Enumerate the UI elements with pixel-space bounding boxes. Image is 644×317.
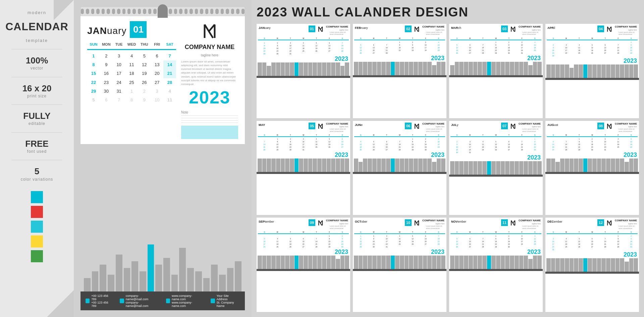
mini-cityscape: [257, 62, 350, 76]
day-header-tue: TUE: [113, 41, 125, 47]
color-swatch-green: [31, 250, 43, 262]
month-card-company: COMPANY NAME tagline here Lorem ipsum do…: [519, 123, 541, 133]
mini-footer: [545, 172, 639, 174]
mini-company-name: COMPANY NAME: [615, 123, 637, 126]
month-card-name: APRil: [547, 26, 596, 30]
month-card-top: MAY 05 COMPANY NAME tagline here Lorem i…: [257, 121, 350, 134]
note-section: Note: [181, 110, 238, 139]
note-lines: [181, 116, 238, 123]
mini-footer: [449, 269, 543, 271]
month-card-may: MAY 05 COMPANY NAME tagline here Lorem i…: [257, 121, 350, 215]
month-card-top: JANuary 01 COMPANY NAME tagline here Lor…: [257, 24, 350, 37]
mini-footer: [353, 75, 446, 77]
mini-cityscape: [353, 62, 446, 75]
stat-font: FREE font used: [25, 139, 48, 154]
mini-cityscape: [545, 258, 639, 272]
footer-phone: +00 123 456 789 +00 123 456 789: [86, 294, 111, 308]
week-row-4: 222324 252627 28: [87, 78, 176, 87]
svg-line-2: [209, 25, 215, 31]
month-card-top: JUNe 06 COMPANY NAME tagline here Lorem …: [353, 121, 446, 134]
mini-tagline: tagline here: [339, 223, 348, 225]
mini-cityscape: [449, 256, 543, 269]
month-card-company: COMPANY NAME tagline here Lorem ipsum do…: [326, 123, 348, 133]
month-card-company: COMPANY NAME tagline here Lorem ipsum do…: [615, 123, 637, 133]
footer-phone-text: +00 123 456 789 +00 123 456 789: [91, 294, 111, 308]
mini-logo: [606, 26, 613, 33]
divider-3: [11, 104, 62, 105]
address-icon: [211, 299, 215, 303]
day-headers: SUN MON TUE WED THU FRI SAT: [87, 41, 176, 47]
sidebar-modern-label: modern: [28, 10, 46, 15]
mini-year: 2023: [257, 56, 350, 62]
mini-tagline: tagline here: [436, 29, 444, 31]
month-card-company: COMPANY NAME tagline here Lorem ipsum do…: [422, 26, 444, 36]
day-header-thu: THU: [138, 41, 151, 47]
mini-tagline: tagline here: [436, 126, 444, 128]
month-card-num: 01: [309, 26, 315, 32]
footer-email-text: company-name@mail.com company-name@mail.…: [126, 294, 158, 308]
month-card-name: JUNe: [355, 123, 403, 127]
mini-logo: [606, 123, 613, 130]
center-panel: JANuary 01 SUN MON TUE WED THU FRI SAT: [74, 0, 252, 317]
mini-year: 2023: [449, 249, 543, 256]
mini-cityscape: [257, 256, 350, 269]
company-tagline: tagline here: [201, 53, 218, 57]
lorem-text: Lorem ipsum dolor sit amet, consectetuer…: [181, 60, 238, 86]
month-name: JANuary: [87, 22, 126, 37]
stat-colors: 5 color variations: [21, 166, 53, 182]
month-card-num: 03: [501, 26, 508, 32]
calendar-left: JANuary 01 SUN MON TUE WED THU FRI SAT: [87, 21, 176, 139]
month-card-top: AUGust 08 COMPANY NAME tagline here Lore…: [545, 121, 639, 134]
company-name: COMPANY NAME: [185, 44, 234, 51]
month-header: JANuary 01: [87, 21, 176, 38]
mini-footer: [353, 172, 446, 174]
mini-logo: [509, 123, 517, 130]
month-card-name: AUGust: [547, 123, 596, 127]
calendar-preview: JANuary 01 SUN MON TUE WED THU FRI SAT: [80, 7, 245, 144]
mini-tagline: tagline here: [436, 223, 444, 225]
divider-4: [11, 132, 62, 133]
month-card-name: JULy: [451, 123, 499, 127]
mini-cityscape: [353, 158, 446, 172]
mini-year: 2023: [449, 55, 543, 62]
stat-print-size: 16 x 20 print size: [22, 83, 52, 99]
footer-web-text: www.company-name.com www.company-name.co…: [172, 294, 202, 308]
mini-company-name: COMPANY NAME: [422, 26, 444, 29]
month-card-top: APRil 04 COMPANY NAME tagline here Lorem…: [545, 24, 639, 37]
mini-company-name: COMPANY NAME: [615, 26, 637, 29]
mini-year: 2023: [353, 55, 446, 62]
month-card-num: 12: [597, 219, 604, 226]
mini-footer: [545, 272, 639, 274]
mini-company-name: COMPANY NAME: [519, 219, 541, 222]
month-card-name: JANuary: [259, 26, 307, 30]
mini-grid: SMTWTFS123456789101112131415161718192021…: [257, 133, 350, 152]
mini-grid: SMTWTFS123456789101112131415161718192021…: [257, 230, 350, 249]
color-swatch-yellow: [31, 235, 43, 247]
color-swatch-cyan: [31, 221, 43, 233]
mini-year: 2023: [353, 249, 446, 256]
calendar-right: COMPANY NAME tagline here Lorem ipsum do…: [181, 21, 238, 139]
phone-icon: [86, 299, 90, 303]
month-card-num: 08: [597, 123, 604, 129]
week-row-5: 293031 12 34: [87, 87, 176, 96]
color-swatch-teal: [31, 191, 43, 203]
mini-company-name: COMPANY NAME: [326, 26, 348, 29]
month-card-company: COMPANY NAME tagline here Lorem ipsum do…: [422, 123, 444, 133]
month-card-jun: JUNe 06 COMPANY NAME tagline here Lorem …: [353, 121, 446, 215]
mini-logo: [317, 123, 324, 130]
day-header-wed: WED: [125, 41, 138, 47]
mini-tagline: tagline here: [339, 126, 348, 128]
month-card-top: MARch 03 COMPANY NAME tagline here Lorem…: [449, 24, 543, 37]
divider-5: [11, 160, 62, 160]
day-header-mon: MON: [100, 41, 113, 47]
mini-footer: [449, 75, 543, 77]
mini-cityscape: [449, 161, 543, 175]
sidebar-template-label: template: [26, 38, 48, 43]
company-logo: [200, 21, 220, 41]
mini-logo: [413, 123, 421, 130]
mini-logo: [317, 219, 324, 227]
week-row-2: 8910 111213 14: [87, 60, 176, 69]
day-header-fri: FRI: [151, 41, 163, 47]
mini-company-name: COMPANY NAME: [422, 123, 444, 126]
sidebar-calendar-label: CALENDAR: [5, 21, 68, 32]
